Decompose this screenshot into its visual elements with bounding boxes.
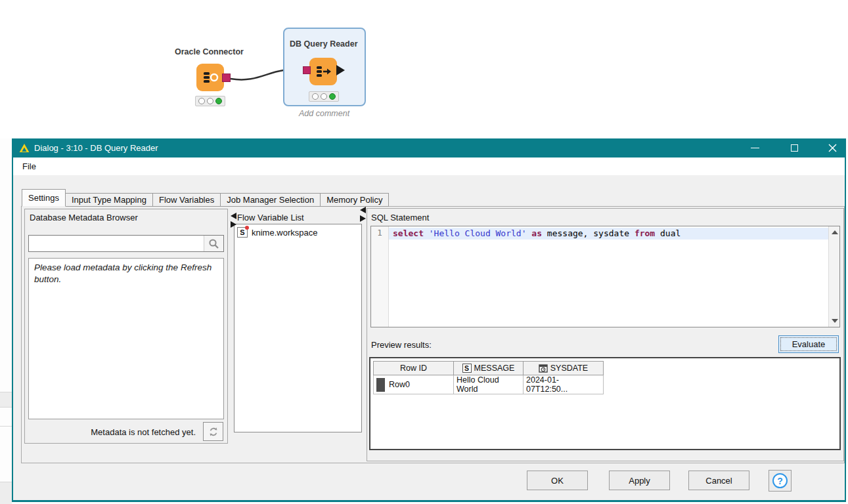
row-id-cell[interactable]: Row0	[374, 375, 454, 394]
minimize-button[interactable]	[741, 138, 769, 158]
sql-panel: SQL Statement 1 select 'Hello Cloud Worl…	[367, 208, 844, 461]
add-comment-link[interactable]: Add comment	[299, 109, 349, 118]
tab-strip: Settings Input Type Mapping Flow Variabl…	[22, 189, 389, 207]
db-reader-output-port[interactable]	[336, 65, 345, 75]
close-button[interactable]	[818, 138, 846, 158]
flow-variable-item[interactable]: S knime.workspace	[234, 224, 361, 240]
screen: Oracle Connector DB Query Reader	[0, 0, 848, 504]
metadata-message: Please load metadata by clicking the Ref…	[28, 258, 224, 419]
string-variable-icon: S	[237, 227, 248, 238]
dialog-title: Dialog - 3:10 - DB Query Reader	[34, 138, 158, 158]
db-reader-status-lights	[309, 91, 339, 102]
database-connector-icon	[201, 68, 219, 87]
column-header-sysdate[interactable]: SYSDATE	[524, 362, 604, 375]
dialog-titlebar: Dialog - 3:10 - DB Query Reader	[13, 138, 845, 158]
splitter2-collapse-left-icon[interactable]	[360, 207, 366, 213]
status-light-green	[215, 98, 222, 104]
string-type-icon: S	[462, 364, 472, 373]
status-light-red	[198, 98, 205, 104]
scroll-down-icon[interactable]	[832, 319, 838, 323]
node-label-db-query-reader: DB Query Reader	[290, 39, 358, 49]
scroll-up-icon[interactable]	[832, 230, 838, 234]
minimize-icon	[751, 148, 759, 148]
sql-code-area[interactable]: select 'Hello Cloud World' as message, s…	[389, 226, 828, 327]
metadata-refresh-button[interactable]	[203, 422, 223, 441]
node-label-oracle-connector: Oracle Connector	[175, 47, 244, 56]
sql-editor[interactable]: 1 select 'Hello Cloud World' as message,…	[370, 226, 840, 327]
focus-ring	[780, 337, 837, 351]
line-number: 1	[377, 228, 382, 238]
dialog-window: Dialog - 3:10 - DB Query Reader File Set…	[12, 138, 846, 502]
background-row	[0, 482, 12, 504]
background-divider	[0, 426, 12, 427]
splitter2-collapse-right-icon[interactable]	[360, 215, 366, 222]
database-metadata-browser-group: Database Metadata Browser Please load me…	[24, 209, 228, 444]
help-icon: ?	[772, 473, 788, 488]
column-header-message[interactable]: S MESSAGE	[454, 362, 524, 375]
sysdate-cell[interactable]: 2024-01-07T12:50...	[524, 375, 604, 394]
preview-table: Row ID S MESSAGE	[373, 361, 604, 394]
metadata-browser-title: Database Metadata Browser	[30, 213, 138, 222]
variable-dot-icon	[245, 226, 249, 230]
close-icon	[828, 144, 837, 152]
metadata-search-button[interactable]	[204, 236, 223, 251]
metadata-status-text: Metadata is not fetched yet.	[91, 427, 196, 437]
sql-statement-title: SQL Statement	[371, 213, 429, 222]
status-light-yellow	[207, 98, 213, 104]
ok-button[interactable]: OK	[527, 471, 588, 490]
line-number-gutter: 1	[371, 226, 389, 327]
workflow-canvas: Oracle Connector DB Query Reader	[0, 0, 848, 138]
knime-logo-icon	[19, 143, 30, 153]
maximize-button[interactable]	[780, 138, 808, 158]
tab-job-manager-selection[interactable]: Job Manager Selection	[221, 193, 321, 207]
tab-input-type-mapping[interactable]: Input Type Mapping	[66, 193, 153, 207]
evaluate-button[interactable]: Evaluate	[778, 335, 839, 353]
status-light-red	[312, 93, 319, 100]
refresh-icon	[208, 427, 219, 437]
cancel-button[interactable]: Cancel	[688, 471, 749, 490]
oracle-status-lights	[195, 96, 225, 106]
menu-file[interactable]: File	[20, 158, 39, 175]
tab-settings[interactable]: Settings	[22, 189, 66, 207]
column-header-row-id[interactable]: Row ID	[374, 362, 454, 375]
node-oracle-connector[interactable]	[196, 64, 224, 91]
preview-results-label: Preview results:	[371, 340, 432, 350]
sql-code-line: select 'Hello Cloud World' as message, s…	[389, 228, 828, 240]
node-db-query-reader[interactable]	[309, 58, 337, 85]
splitter-collapse-left-icon[interactable]	[231, 213, 236, 219]
status-light-yellow	[321, 93, 327, 100]
search-icon	[208, 238, 219, 249]
preview-results-box: Row ID S MESSAGE	[369, 357, 841, 450]
metadata-search-input[interactable]	[29, 236, 204, 251]
help-button[interactable]: ?	[769, 470, 792, 492]
maximize-icon	[791, 144, 798, 152]
menu-bar: File	[13, 158, 845, 175]
status-light-green	[329, 93, 336, 100]
table-row[interactable]: Row0 Hello Cloud World 2024-01-07T12:50.…	[374, 375, 604, 394]
datetime-type-icon	[539, 364, 548, 373]
db-reader-icon	[314, 62, 332, 81]
apply-button[interactable]: Apply	[609, 471, 670, 490]
sql-scrollbar[interactable]	[828, 226, 839, 327]
message-cell[interactable]: Hello Cloud World	[454, 375, 524, 394]
background-row	[0, 392, 12, 408]
db-reader-input-port[interactable]	[303, 66, 311, 74]
table-header-row: Row ID S MESSAGE	[374, 362, 604, 375]
splitter-collapse-right-icon[interactable]	[231, 221, 236, 228]
metadata-search-box	[28, 235, 224, 252]
flow-variable-list: S knime.workspace	[234, 224, 362, 432]
oracle-output-port[interactable]	[222, 74, 231, 82]
flow-variable-name: knime.workspace	[252, 228, 317, 238]
row-marker	[376, 378, 385, 392]
tab-memory-policy[interactable]: Memory Policy	[321, 193, 389, 207]
flow-variable-list-title: Flow Variable List	[237, 213, 304, 222]
tab-flow-variables[interactable]: Flow Variables	[153, 193, 221, 207]
